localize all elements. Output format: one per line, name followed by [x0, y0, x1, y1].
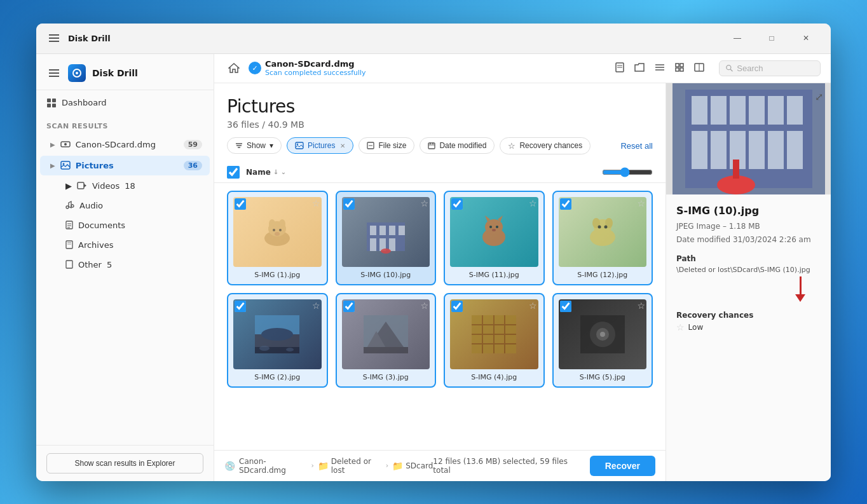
search-icon — [726, 64, 733, 72]
filter-recovery-label: Recovery chances — [519, 141, 582, 150]
item-10-star-icon[interactable]: ☆ — [420, 198, 428, 208]
svg-point-69 — [381, 249, 391, 254]
item-1-checkbox[interactable] — [235, 198, 246, 210]
svg-rect-62 — [370, 226, 376, 235]
thumbnail-size-slider[interactable] — [602, 167, 653, 177]
sidebar-item-videos[interactable]: ▶ Videos 18 — [40, 177, 210, 195]
item-2-image — [233, 299, 322, 369]
sidebar-archives-label: Archives — [78, 240, 113, 250]
svg-rect-116 — [768, 131, 784, 169]
item-1-star-icon[interactable]: ☆ — [312, 198, 320, 208]
sidebar-item-other[interactable]: Other 5 — [40, 255, 210, 274]
item-12-star-icon[interactable]: ☆ — [637, 198, 645, 208]
svg-rect-1 — [49, 37, 59, 39]
grid-item-2[interactable]: ☆ — [227, 293, 328, 388]
item-5-checkbox[interactable] — [560, 301, 571, 312]
breadcrumb-deleted-folder[interactable]: 📁 Deleted or lost — [318, 457, 382, 475]
grid-item-1[interactable]: ☆ — [227, 191, 328, 285]
svg-point-56 — [269, 219, 275, 228]
grid-item-10[interactable]: ☆ — [336, 191, 437, 285]
filter-recovery-button[interactable]: ☆ Recovery chances — [500, 137, 591, 154]
detail-panel: ⤢ — [666, 83, 831, 481]
item-10-image — [342, 197, 430, 267]
sidebar-item-canon-sd[interactable]: ▶ Canon-SDcard.dmg 59 — [40, 135, 210, 154]
item-3-star-icon[interactable]: ☆ — [420, 301, 428, 311]
item-11-star-icon[interactable]: ☆ — [529, 198, 537, 208]
main-toolbar: ✓ Canon-SDcard.dmg Scan completed succes… — [214, 54, 831, 83]
detail-expand-button[interactable]: ⤢ — [812, 88, 826, 106]
grid-item-3[interactable]: ☆ S-IMG (3).jpg — [336, 293, 437, 388]
sidebar-item-audio[interactable]: Audio — [40, 196, 210, 215]
sidebar-videos-badge: 18 — [125, 181, 135, 191]
svg-rect-0 — [49, 34, 59, 36]
view-grid-btn[interactable] — [671, 59, 688, 78]
svg-rect-113 — [711, 131, 727, 169]
item-2-star-icon[interactable]: ☆ — [312, 301, 320, 311]
sidebar-footer: Show scan results in Explorer — [36, 445, 214, 481]
svg-rect-11 — [52, 104, 56, 107]
col-name-label[interactable]: Name ↓ ⌄ — [246, 168, 286, 177]
view-file-btn[interactable] — [611, 59, 629, 78]
detail-dash: – — [723, 222, 729, 231]
item-4-star-icon[interactable]: ☆ — [529, 301, 537, 311]
filter-filesize-button[interactable]: File size — [358, 137, 414, 154]
filter-show-button[interactable]: Show ▾ — [227, 137, 282, 154]
item-3-checkbox[interactable] — [343, 301, 355, 312]
filter-date-button[interactable]: Date modified — [420, 137, 495, 154]
content-area: Pictures 36 files / 40.9 MB Show ▾ Pictu… — [214, 83, 666, 481]
grid-item-12[interactable]: ☆ — [552, 191, 653, 285]
pictures-filter-icon — [295, 142, 304, 149]
sidebar-item-pictures[interactable]: ▶ Pictures 36 — [40, 156, 210, 175]
image-grid-container: ☆ — [214, 183, 666, 450]
close-button[interactable]: ✕ — [791, 28, 821, 48]
sidebar-item-documents[interactable]: Documents — [40, 216, 210, 235]
item-5-star-icon[interactable]: ☆ — [637, 301, 645, 311]
view-split-btn[interactable] — [690, 59, 709, 78]
search-box[interactable] — [719, 60, 821, 76]
svg-point-58 — [273, 229, 275, 231]
svg-point-76 — [492, 229, 496, 231]
disk-breadcrumb-icon: 💿 — [224, 461, 235, 471]
item-2-checkbox[interactable] — [235, 301, 246, 312]
chevron-right-icon-videos: ▶ — [65, 181, 72, 191]
sort-arrows-icon: ↓ ⌄ — [273, 168, 286, 175]
svg-point-18 — [66, 206, 69, 208]
item-11-checkbox[interactable] — [451, 198, 463, 210]
videos-icon — [77, 182, 87, 189]
item-10-checkbox[interactable] — [343, 198, 355, 210]
filter-pictures-close[interactable]: ✕ — [340, 142, 345, 149]
filter-pictures-button[interactable]: Pictures ✕ — [287, 137, 353, 154]
breadcrumb-sdcard-label: SDcard — [406, 461, 433, 470]
svg-rect-106 — [692, 96, 707, 125]
calendar-icon — [428, 142, 435, 149]
right-panel: ✓ Canon-SDcard.dmg Scan completed succes… — [214, 54, 831, 481]
view-list-btn[interactable] — [650, 59, 669, 78]
search-input[interactable] — [737, 64, 814, 73]
recover-button[interactable]: Recover — [590, 456, 655, 476]
show-explorer-button[interactable]: Show scan results in Explorer — [46, 453, 203, 473]
other-icon — [65, 260, 73, 269]
svg-rect-63 — [379, 226, 386, 235]
sidebar-dashboard-item[interactable]: Dashboard — [36, 90, 214, 116]
sidebar-item-archives[interactable]: Archives — [40, 236, 210, 254]
select-all-checkbox[interactable] — [227, 166, 240, 179]
item-12-checkbox[interactable] — [560, 198, 571, 210]
hamburger-menu-button[interactable] — [46, 32, 62, 44]
breadcrumb-sdcard-folder[interactable]: 📁 SDcard — [392, 461, 433, 471]
item-4-checkbox[interactable] — [451, 301, 463, 312]
svg-rect-38 — [680, 68, 683, 71]
grid-item-5[interactable]: ☆ S-IMG (5).jpg — [552, 293, 653, 388]
home-button[interactable] — [224, 59, 243, 77]
sidebar-audio-label: Audio — [79, 201, 103, 210]
grid-item-4[interactable]: ☆ — [444, 293, 545, 388]
minimize-button[interactable]: — — [723, 28, 752, 48]
app-window: Disk Drill — □ ✕ Disk Drill Dashboard — [36, 24, 831, 481]
grid-item-11[interactable]: ☆ — [444, 191, 545, 285]
sidebar: Disk Drill Dashboard Scan results ▶ Cano… — [36, 54, 214, 481]
maximize-button[interactable]: □ — [757, 28, 786, 48]
view-folder-btn[interactable] — [630, 59, 649, 78]
filter-reset-button[interactable]: Reset all — [620, 141, 653, 151]
svg-rect-25 — [67, 242, 71, 243]
svg-point-41 — [727, 65, 731, 69]
sidebar-menu-button[interactable] — [46, 67, 62, 79]
